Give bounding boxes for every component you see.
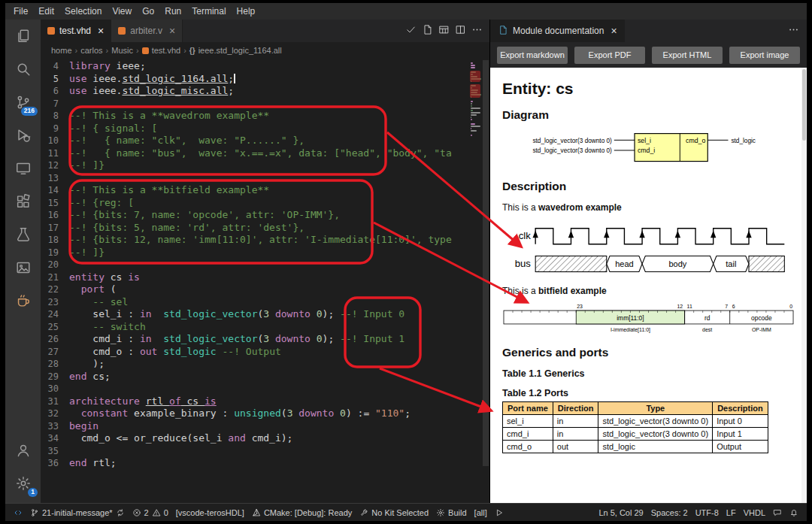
- more-actions-button[interactable]: [471, 24, 483, 38]
- code-line-28[interactable]: 28 );: [41, 358, 470, 371]
- editor-scrollbar[interactable]: [482, 60, 489, 503]
- status-encoding[interactable]: UTF-8: [692, 504, 723, 521]
- more-icon: [471, 24, 483, 35]
- activity-remote-explorer[interactable]: [5, 152, 41, 185]
- code-line-27[interactable]: 27 cmd_o : out std_logic --! Output: [41, 346, 470, 359]
- activity-image-tool[interactable]: [5, 251, 41, 284]
- code-line-20[interactable]: 20: [41, 259, 470, 271]
- menu-file[interactable]: File: [8, 5, 33, 18]
- code-line-21[interactable]: 21entity cs is: [41, 271, 470, 284]
- status-git-branch[interactable]: 21-initial-message*: [26, 504, 129, 521]
- code-line-33[interactable]: 33begin: [41, 420, 470, 433]
- code-line-29[interactable]: 29end cs;: [41, 371, 470, 383]
- code-area[interactable]: 4library ieee;5use ieee.std_logic_1164.a…: [41, 60, 470, 503]
- activity-explorer[interactable]: [5, 20, 41, 53]
- code-line-11[interactable]: 11--! { name: "bus", wave: "x.==.=x", da…: [41, 147, 470, 160]
- close-panel-icon[interactable]: ×: [611, 25, 617, 37]
- code-line-17[interactable]: 17--! {bits: 5, name: 'rd', attr: 'dest'…: [41, 222, 470, 235]
- code-line-23[interactable]: 23 -- sel: [41, 296, 470, 309]
- doc-scrollbar-thumb[interactable]: [802, 69, 806, 141]
- status-indentation[interactable]: Spaces: 2: [647, 504, 692, 521]
- status-remote-indicator[interactable]: [10, 504, 26, 521]
- activity-source-control[interactable]: 216: [5, 86, 41, 119]
- activity-coffee-tool[interactable]: [5, 284, 41, 317]
- export-html-button[interactable]: Export HTML: [652, 47, 723, 64]
- menu-help[interactable]: Help: [232, 5, 261, 18]
- open-preview-button[interactable]: [422, 24, 433, 38]
- code-line-35[interactable]: 35: [41, 445, 470, 458]
- activity-extensions[interactable]: [5, 185, 41, 218]
- code-line-32[interactable]: 32 constant example_binary : unsigned(3 …: [41, 407, 470, 420]
- menu-terminal[interactable]: Terminal: [186, 5, 231, 18]
- code-line-14[interactable]: 14--! This is a **bitfield example**: [41, 184, 470, 197]
- scrollbar-thumb[interactable]: [483, 60, 489, 466]
- close-tab-icon[interactable]: ×: [98, 25, 104, 37]
- status-cmake-target[interactable]: [all]: [471, 504, 491, 521]
- code-line-19[interactable]: 19--! ]}: [41, 247, 470, 259]
- code-line-15[interactable]: 15--! {reg: [: [41, 197, 470, 210]
- code-line-16[interactable]: 16--! {bits: 7, name: 'opcode', attr: 'O…: [41, 209, 470, 222]
- code-line-31[interactable]: 31architecture rtl of cs is: [41, 395, 470, 408]
- diagram-input-type-label: std_logic_vector(3 downto 0): [532, 147, 612, 154]
- status-language-mode[interactable]: VHDL: [740, 504, 769, 521]
- export-markdown-button[interactable]: Export markdown: [497, 47, 568, 64]
- activity-manage[interactable]: 1: [5, 467, 41, 500]
- line-text: --! {bits: 12, name: 'imm[11:0]', attr: …: [69, 234, 452, 247]
- export-image-button[interactable]: Export image: [729, 47, 800, 64]
- panel-more-actions[interactable]: [788, 24, 807, 38]
- code-line-36[interactable]: 36end rtl;: [41, 457, 470, 470]
- tab-arbiter.v[interactable]: arbiter.v×: [111, 20, 183, 42]
- activity-testing[interactable]: [5, 218, 41, 251]
- status-cmake-status[interactable]: CMake: [Debug]: Ready: [248, 504, 356, 521]
- syntax-check-button[interactable]: [405, 24, 417, 38]
- status-teroshdl-extension[interactable]: [vscode-terosHDL]: [172, 504, 248, 521]
- code-line-34[interactable]: 34 cmd_o <= or_reduce(sel_i and cmd_i);: [41, 432, 470, 445]
- menu-run[interactable]: Run: [159, 5, 186, 18]
- code-line-13[interactable]: 13: [41, 172, 470, 185]
- panel-tab-module-documentation[interactable]: Module documentation ×: [490, 20, 625, 42]
- breadcrumb-item[interactable]: home: [51, 46, 72, 55]
- status-cursor-position[interactable]: Ln 5, Col 29: [595, 504, 647, 521]
- breadcrumb-item[interactable]: carlos: [80, 46, 102, 55]
- split-editor-button[interactable]: [455, 24, 466, 38]
- activity-accounts[interactable]: [5, 434, 41, 467]
- code-line-9[interactable]: 9--! { signal: [: [41, 123, 470, 135]
- code-line-7[interactable]: 7: [41, 98, 470, 111]
- menu-view[interactable]: View: [107, 5, 137, 18]
- code-line-5[interactable]: 5use ieee.std_logic_1164.all;: [41, 73, 470, 86]
- status-cmake-launch[interactable]: [491, 504, 508, 521]
- status-notifications[interactable]: [786, 504, 802, 521]
- code-line-10[interactable]: 10--! { name: "clk", wave: "P......" },: [41, 135, 470, 147]
- breadcrumb-item[interactable]: Music: [111, 46, 133, 55]
- code-line-22[interactable]: 22 port (: [41, 283, 470, 296]
- status-cmake-build[interactable]: Build: [432, 504, 470, 521]
- code-line-6[interactable]: 6use ieee.std_logic_misc.all;: [41, 85, 470, 98]
- menu-edit[interactable]: Edit: [33, 5, 59, 18]
- code-line-25[interactable]: 25 -- switch: [41, 321, 470, 334]
- code-line-8[interactable]: 8--! This is a **wavedrom example**: [41, 110, 470, 123]
- activity-search[interactable]: [5, 53, 41, 86]
- code-line-4[interactable]: 4library ieee;: [41, 60, 470, 73]
- menu-go[interactable]: Go: [137, 5, 159, 18]
- doc-scrollbar[interactable]: [801, 68, 807, 503]
- tab-test.vhd[interactable]: test.vhd×: [41, 20, 111, 42]
- breadcrumb-item[interactable]: {}ieee.std_logic_1164.all: [189, 46, 282, 55]
- status-problems[interactable]: 20: [129, 504, 172, 521]
- export-pdf-button[interactable]: Export PDF: [574, 47, 645, 64]
- minimap[interactable]: [470, 60, 482, 503]
- status-eol[interactable]: LF: [723, 504, 740, 521]
- code-line-18[interactable]: 18--! {bits: 12, name: 'imm[11:0]', attr…: [41, 234, 470, 247]
- breadcrumb[interactable]: home›carlos›Music›test.vhd›{}ieee.std_lo…: [41, 42, 489, 59]
- code-line-26[interactable]: 26 cmd_i : in std_logic_vector(3 downto …: [41, 333, 470, 346]
- code-line-30[interactable]: 30: [41, 383, 470, 395]
- status-cmake-kit[interactable]: No Kit Selected: [356, 504, 432, 521]
- close-tab-icon[interactable]: ×: [169, 25, 175, 37]
- line-number: 33: [41, 420, 69, 433]
- activity-run-and-debug[interactable]: [5, 119, 41, 152]
- code-line-12[interactable]: 12--! ]}: [41, 159, 470, 172]
- status-feedback[interactable]: [769, 504, 786, 521]
- code-line-24[interactable]: 24 sel_i : in std_logic_vector(3 downto …: [41, 308, 470, 321]
- menu-selection[interactable]: Selection: [59, 5, 107, 18]
- breadcrumb-item[interactable]: test.vhd: [142, 46, 181, 55]
- grid-view-button[interactable]: [438, 24, 450, 38]
